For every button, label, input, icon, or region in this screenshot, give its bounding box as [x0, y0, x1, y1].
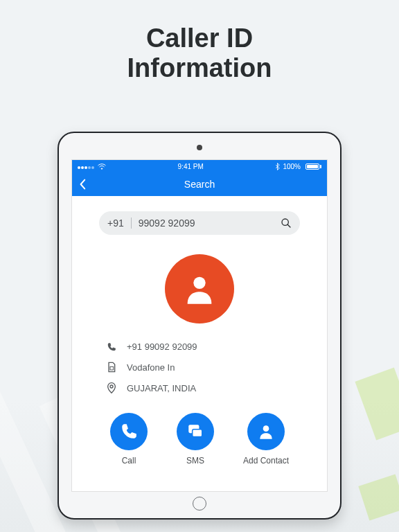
location-pin-icon	[106, 382, 117, 393]
info-carrier-value: Vodafone In	[127, 362, 175, 373]
svg-point-2	[193, 277, 205, 289]
call-label: Call	[122, 456, 136, 466]
sms-button[interactable]	[177, 413, 214, 450]
device-camera	[197, 145, 202, 150]
country-code-prefix[interactable]: +91	[107, 218, 132, 229]
headline-line1: Caller ID	[0, 24, 399, 53]
svg-rect-6	[193, 429, 202, 437]
svg-point-7	[263, 425, 269, 432]
battery-icon	[303, 163, 321, 170]
add-contact-icon	[257, 423, 275, 441]
bluetooth-icon	[275, 163, 280, 170]
info-carrier-row: Vodafone In	[106, 362, 293, 373]
back-button[interactable]	[78, 179, 87, 190]
device-screen: 9:41 PM 100% Search	[71, 159, 328, 492]
info-location-row: GUJARAT, INDIA	[106, 382, 293, 393]
search-pill: +91	[99, 211, 300, 235]
sms-action[interactable]: SMS	[177, 413, 214, 466]
content-area: +91	[72, 196, 327, 491]
add-contact-button[interactable]	[247, 413, 285, 450]
signal-dots-icon	[78, 163, 95, 170]
svg-line-1	[287, 224, 290, 227]
sim-icon	[106, 362, 117, 373]
svg-rect-3	[110, 366, 114, 370]
info-location-value: GUJARAT, INDIA	[127, 383, 196, 393]
phone-icon	[106, 342, 117, 352]
svg-point-4	[110, 385, 113, 388]
status-time: 9:41 PM	[178, 163, 204, 170]
device-home-button[interactable]	[193, 497, 206, 511]
chevron-left-icon	[78, 179, 87, 190]
sms-label: SMS	[186, 456, 204, 466]
nav-title: Search	[72, 179, 327, 190]
call-icon	[120, 423, 138, 441]
info-phone-row: +91 99092 92099	[106, 342, 293, 352]
add-contact-action[interactable]: Add Contact	[243, 413, 289, 466]
call-button[interactable]	[110, 413, 148, 450]
status-bar: 9:41 PM 100%	[72, 160, 327, 172]
sms-icon	[186, 423, 204, 441]
search-icon	[281, 218, 292, 229]
headline-line2: Information	[0, 53, 399, 83]
page-headline: Caller ID Information	[0, 0, 399, 82]
call-action[interactable]: Call	[110, 413, 148, 466]
person-icon	[181, 271, 218, 307]
add-contact-label: Add Contact	[243, 456, 289, 466]
info-list: +91 99092 92099 Vodafone In GUJARAT, IND…	[106, 342, 293, 393]
contact-avatar	[165, 254, 234, 323]
info-phone-value: +91 99092 92099	[127, 342, 197, 352]
battery-percentage: 100%	[283, 163, 301, 170]
action-buttons: Call SMS	[96, 413, 303, 466]
search-button[interactable]	[281, 218, 292, 229]
tablet-device-frame: 9:41 PM 100% Search	[57, 132, 342, 520]
nav-bar: Search	[72, 172, 327, 196]
wifi-icon	[98, 163, 106, 170]
phone-number-input[interactable]	[132, 218, 281, 229]
